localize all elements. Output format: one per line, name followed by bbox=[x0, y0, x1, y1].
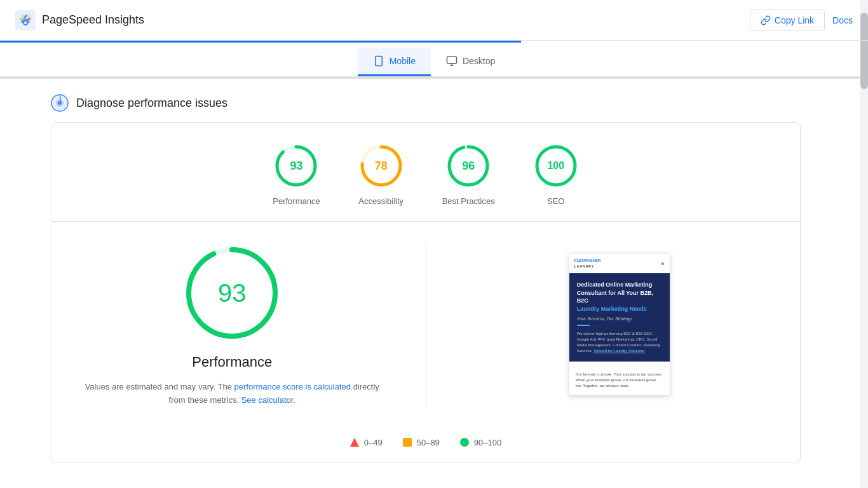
header: PageSpeed Insights Copy Link Docs bbox=[0, 0, 868, 41]
screenshot-header: FLEXWASHER LAUNDRY ≡ bbox=[569, 254, 670, 273]
svg-rect-6 bbox=[447, 57, 456, 64]
vertical-divider bbox=[426, 242, 426, 407]
perf-score-link[interactable]: performance score is calculated bbox=[234, 382, 351, 391]
perf-desc-text: Values are estimated and may vary. The bbox=[85, 382, 234, 391]
see-calculator-link[interactable]: See calculator bbox=[241, 395, 294, 405]
seo-score: 100 bbox=[547, 160, 564, 172]
main-content: Diagnose performance issues 93 Performan… bbox=[0, 79, 851, 463]
screenshot-link1[interactable]: Tailored for Laundry Solutions. bbox=[593, 349, 645, 353]
large-performance-score: 93 bbox=[218, 279, 247, 308]
scrollbar[interactable] bbox=[860, 0, 868, 463]
perf-left: 93 Performance Values are estimated and … bbox=[77, 242, 388, 407]
legend-good-icon bbox=[460, 438, 469, 447]
screenshot-logo-text: FLEXWASHER LAUNDRY bbox=[574, 257, 601, 269]
seo-circle: 100 bbox=[533, 143, 579, 189]
score-card: 93 Performance 78 Accessibility bbox=[51, 122, 801, 463]
metric-seo[interactable]: 100 SEO bbox=[533, 143, 579, 206]
best-practices-label: Best Practices bbox=[442, 196, 495, 206]
performance-label: Performance bbox=[273, 196, 320, 206]
large-performance-circle: 93 bbox=[181, 242, 283, 344]
perf-description: Values are estimated and may vary. The p… bbox=[77, 381, 388, 407]
mobile-screenshot: FLEXWASHER LAUNDRY ≡ Dedicated Online Ma… bbox=[569, 253, 670, 396]
app-logo-icon bbox=[15, 10, 36, 30]
tab-mobile[interactable]: Mobile bbox=[358, 48, 431, 76]
performance-score: 93 bbox=[290, 159, 302, 173]
screenshot-divider bbox=[577, 325, 590, 326]
performance-circle: 93 bbox=[273, 143, 319, 189]
screenshot-body-dark: Dedicated Online Marketing Consultant fo… bbox=[569, 273, 670, 362]
legend-poor: 0–49 bbox=[350, 438, 383, 447]
screenshot-tagline: Your Success, Our Strategy bbox=[577, 316, 662, 321]
best-practices-circle: 96 bbox=[445, 143, 491, 189]
screenshot-highlight: Laundry Marketing Needs bbox=[577, 306, 647, 312]
metric-performance[interactable]: 93 Performance bbox=[273, 143, 320, 206]
app-title: PageSpeed Insights bbox=[42, 13, 144, 27]
mobile-icon bbox=[373, 55, 384, 67]
copy-link-label: Copy Link bbox=[775, 15, 814, 25]
legend-poor-icon bbox=[350, 438, 359, 447]
accessibility-circle: 78 bbox=[358, 143, 404, 189]
seo-label: SEO bbox=[547, 196, 564, 206]
perf-desc-end: . bbox=[293, 395, 295, 405]
metric-best-practices[interactable]: 96 Best Practices bbox=[442, 143, 495, 206]
svg-point-3 bbox=[24, 22, 27, 24]
tab-desktop[interactable]: Desktop bbox=[431, 48, 510, 76]
screenshot-heading: Dedicated Online Marketing Consultant fo… bbox=[577, 281, 662, 313]
legend: 0–49 50–89 90–100 bbox=[51, 428, 800, 463]
link-icon bbox=[761, 15, 771, 25]
screenshot-body-light: Our formula is simple. Your success is o… bbox=[569, 362, 670, 395]
legend-average: 50–89 bbox=[403, 438, 440, 447]
diagnose-icon bbox=[51, 94, 69, 112]
tabs-container: Mobile Desktop bbox=[0, 48, 868, 76]
loading-bar bbox=[0, 41, 868, 43]
best-practices-score: 96 bbox=[462, 159, 475, 173]
accessibility-score: 78 bbox=[375, 159, 388, 173]
perf-right: FLEXWASHER LAUNDRY ≡ Dedicated Online Ma… bbox=[465, 242, 775, 407]
legend-average-range: 50–89 bbox=[417, 438, 440, 447]
header-right: Copy Link Docs bbox=[750, 10, 853, 31]
docs-link[interactable]: Docs bbox=[832, 15, 853, 25]
screenshot-menu-icon: ≡ bbox=[661, 260, 665, 267]
section-title: Diagnose performance issues bbox=[76, 97, 227, 110]
perf-detail: 93 Performance Values are estimated and … bbox=[51, 222, 800, 428]
legend-average-icon bbox=[403, 438, 412, 447]
legend-good-range: 90–100 bbox=[474, 438, 501, 447]
legend-good: 90–100 bbox=[460, 438, 501, 447]
copy-link-button[interactable]: Copy Link bbox=[750, 10, 825, 31]
score-metrics: 93 Performance 78 Accessibility bbox=[51, 123, 800, 222]
metric-accessibility[interactable]: 78 Accessibility bbox=[358, 143, 404, 206]
section-header: Diagnose performance issues bbox=[51, 79, 801, 122]
header-left: PageSpeed Insights bbox=[15, 10, 144, 30]
screenshot-body-text1: We deliver high-performing B2C & B2B SEO… bbox=[577, 331, 662, 354]
legend-poor-range: 0–49 bbox=[364, 438, 383, 447]
tab-mobile-label: Mobile bbox=[390, 56, 416, 66]
tab-desktop-label: Desktop bbox=[463, 56, 495, 66]
screenshot-formula-text: Our formula is simple. Your success is o… bbox=[576, 372, 663, 389]
accessibility-label: Accessibility bbox=[358, 196, 403, 206]
desktop-icon bbox=[446, 55, 458, 67]
perf-title: Performance bbox=[192, 354, 272, 370]
